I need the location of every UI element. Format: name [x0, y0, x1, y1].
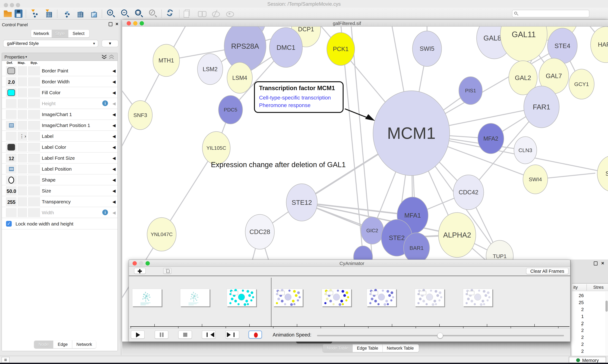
tab-edge[interactable]: Edge	[53, 341, 72, 348]
memory-button[interactable]: Memory	[569, 357, 606, 363]
timeline-frame-6[interactable]	[415, 289, 444, 306]
refresh-icon[interactable]	[166, 9, 174, 17]
annotation-box[interactable]: Transcription factor MCM1 Cell-type-spec…	[254, 81, 344, 113]
bypass-cell[interactable]	[28, 208, 40, 217]
timeline-frame-3[interactable]	[273, 289, 303, 306]
network-node-mth1[interactable]: MTH1	[153, 44, 180, 77]
network-node-swi4[interactable]: SWI4	[523, 165, 548, 194]
mapping-cell[interactable]	[18, 121, 27, 130]
collapse-arrow-icon[interactable]: ◀	[112, 134, 116, 139]
property-row-label-color[interactable]: Label Colori◀	[2, 142, 118, 153]
zoom-in-icon[interactable]: +	[107, 10, 113, 15]
hide-selected-icon[interactable]	[212, 10, 220, 18]
property-row-label-position[interactable]: Label Positioni◀	[2, 164, 118, 174]
bypass-cell[interactable]	[28, 143, 40, 152]
side-table-header[interactable]: ity Stres	[572, 284, 608, 291]
add-frame-button[interactable]	[134, 268, 146, 274]
search-box[interactable]	[512, 10, 589, 17]
play-button[interactable]	[131, 330, 145, 339]
mapping-cell[interactable]	[18, 88, 27, 97]
mapping-cell[interactable]	[18, 143, 27, 152]
record-button[interactable]	[249, 330, 262, 339]
timeline-frame-4[interactable]	[322, 289, 351, 306]
mapping-cell[interactable]	[18, 197, 27, 206]
default-value[interactable]: 50.0	[6, 188, 17, 194]
default-cell[interactable]: 255	[6, 197, 16, 206]
default-cell[interactable]	[6, 143, 16, 152]
network-node-alpha2[interactable]: ALPHA2	[438, 212, 476, 258]
show-all-icon[interactable]	[226, 10, 234, 18]
default-cell[interactable]: 2.0	[6, 77, 16, 86]
zoom-fit-icon[interactable]: ❐	[135, 10, 141, 15]
tab-node[interactable]: Node	[34, 341, 53, 348]
property-row-transparency[interactable]: 255Transparencyi◀	[2, 196, 118, 207]
mapping-cell[interactable]	[18, 165, 27, 173]
color-swatch[interactable]	[7, 144, 15, 151]
property-row-label[interactable]: ⋮›Labeli◀	[2, 131, 118, 142]
network-node-cdc42[interactable]: CDC42	[453, 175, 484, 210]
style-options-button[interactable]: ▼	[102, 40, 118, 47]
property-row-shape[interactable]: Shapei◀	[2, 174, 118, 185]
stop-button[interactable]	[178, 330, 192, 339]
network-node-dmc1[interactable]: DMC1	[269, 27, 303, 67]
network-window-titlebar[interactable]: galFiltered.sif	[122, 20, 608, 26]
collapse-arrow-icon[interactable]: ◀	[112, 123, 116, 128]
search-input[interactable]	[520, 11, 586, 16]
timeline-frame-7[interactable]	[463, 289, 492, 306]
default-cell[interactable]	[6, 121, 16, 130]
info-icon[interactable]: i	[102, 209, 108, 215]
clear-all-frames-button[interactable]: Clear All Frames	[526, 268, 568, 274]
default-cell[interactable]: 50.0	[6, 186, 16, 195]
close-panel-icon[interactable]: ×	[601, 261, 604, 265]
position-icon[interactable]	[9, 123, 14, 128]
tab-edge-table[interactable]: Edge Table	[353, 344, 383, 352]
collapse-arrow-icon[interactable]: ◀	[112, 210, 116, 215]
ellipse-shape-icon[interactable]	[8, 177, 14, 183]
network-node-yil105c[interactable]: YIL105C	[202, 131, 230, 164]
export-network-icon[interactable]	[62, 10, 70, 18]
import-network-icon[interactable]	[30, 10, 38, 18]
bypass-cell[interactable]	[28, 88, 40, 97]
expand-all-icon[interactable]	[101, 54, 107, 60]
network-node-pis1[interactable]: PIS1	[459, 77, 482, 104]
close-window-traffic-light[interactable]	[127, 21, 131, 26]
mapping-cell[interactable]	[18, 154, 27, 162]
timeline-playhead[interactable]	[271, 278, 271, 326]
bypass-cell[interactable]	[28, 110, 40, 119]
network-node-pck1[interactable]: PCK1	[327, 33, 355, 65]
delete-frame-button[interactable]	[163, 268, 171, 274]
position-icon[interactable]	[9, 167, 14, 171]
default-cell[interactable]	[6, 88, 16, 97]
property-row-image-chart-position-1[interactable]: Image/Chart Position 1i◀	[2, 120, 118, 131]
collapse-arrow-icon[interactable]: ◀	[112, 101, 116, 106]
style-selector-dropdown[interactable]: galFiltered Style ▾	[3, 40, 98, 47]
default-cell[interactable]	[6, 132, 16, 141]
float-panel-icon[interactable]	[109, 22, 112, 26]
tab-style[interactable]: Style	[52, 30, 69, 38]
default-value[interactable]: 2.0	[6, 79, 17, 85]
bypass-cell[interactable]	[28, 121, 40, 130]
network-node-cdc28[interactable]: CDC28	[245, 214, 274, 249]
property-row-image-chart-1[interactable]: Image/Chart 1i◀	[2, 109, 118, 120]
network-node-lsm4[interactable]: LSM4	[227, 62, 252, 93]
pause-button[interactable]	[155, 330, 168, 339]
properties-header[interactable]: Properties ▾	[2, 53, 117, 61]
minimize-window-traffic-light[interactable]	[133, 21, 138, 26]
bypass-cell[interactable]	[28, 99, 40, 108]
annotation-link-2[interactable]: Pheromone response	[259, 102, 310, 108]
animation-speed-slider[interactable]	[317, 335, 564, 336]
bypass-cell[interactable]	[28, 197, 40, 206]
zoom-window-traffic-light[interactable]	[146, 261, 150, 265]
network-node-cln3[interactable]: CLN3	[514, 137, 537, 164]
side-scrollbar[interactable]	[605, 292, 608, 355]
default-cell[interactable]	[6, 99, 16, 108]
bypass-cell[interactable]	[28, 77, 40, 86]
network-node-gic2[interactable]: GIC2	[361, 217, 384, 244]
collapse-arrow-icon[interactable]: ◀	[112, 156, 116, 161]
network-node-lsm2[interactable]: LSM2	[197, 54, 223, 85]
default-value[interactable]: 255	[6, 199, 17, 205]
bypass-cell[interactable]	[28, 176, 40, 184]
cyanimator-titlebar[interactable]: CyAnimator	[129, 260, 570, 267]
network-node-ste12[interactable]: STE12	[286, 184, 317, 221]
mapping-cell[interactable]	[18, 66, 27, 75]
